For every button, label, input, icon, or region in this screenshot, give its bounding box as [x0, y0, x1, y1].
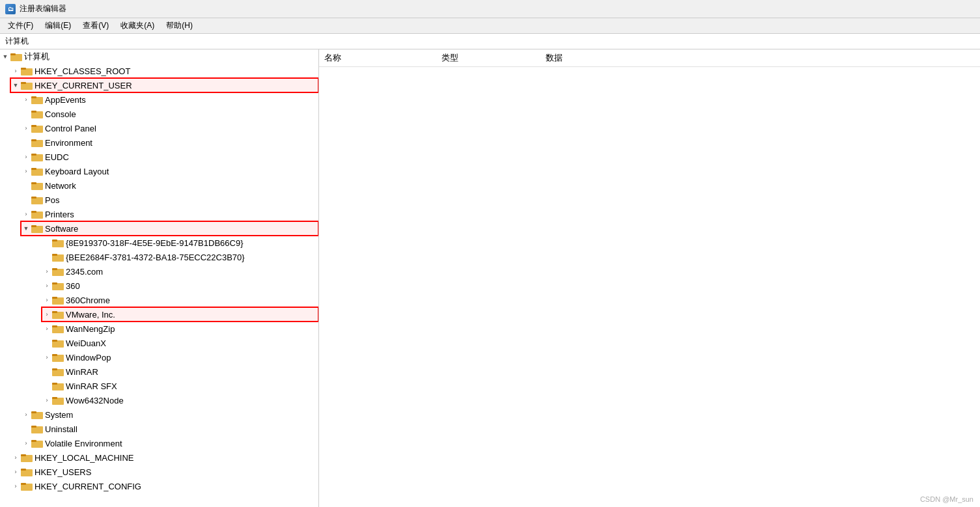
- node-computer: ▼ 计算机 › HKEY_CLASSES_ROOT ▼: [0, 49, 318, 493]
- node-computer-row[interactable]: ▼ 计算机: [0, 49, 318, 64]
- expander-appevents[interactable]: ›: [21, 94, 31, 105]
- expander-360[interactable]: ›: [42, 281, 52, 291]
- folder-network-icon: [31, 181, 43, 190]
- folder-uninstall-icon: [31, 424, 43, 433]
- expander-360chrome[interactable]: ›: [42, 295, 52, 305]
- svg-rect-57: [21, 454, 26, 456]
- expander-classes-root[interactable]: ›: [10, 66, 21, 76]
- expander-local-machine[interactable]: ›: [10, 452, 21, 463]
- node-local-machine-row[interactable]: › HKEY_LOCAL_MACHINE: [0, 450, 318, 465]
- node-guid2-row[interactable]: {BEE2684F-3781-4372-BA18-75ECC22C3B70}: [42, 250, 318, 264]
- expander-computer[interactable]: ▼: [0, 51, 10, 62]
- node-guid1-label: {8E919370-318F-4E5E-9EbE-9147B1DB66C9}: [66, 238, 243, 248]
- expander-current-user[interactable]: ▼: [10, 80, 21, 90]
- node-control-panel-row[interactable]: › Control Panel: [21, 121, 318, 135]
- menu-favorites[interactable]: 收藏夹(A): [115, 19, 160, 33]
- folder-current-user-icon: [21, 81, 33, 90]
- svg-rect-21: [31, 197, 36, 199]
- menu-bar: 文件(F) 编辑(E) 查看(V) 收藏夹(A) 帮助(H): [0, 18, 980, 34]
- svg-rect-29: [52, 254, 57, 256]
- node-current-user-row[interactable]: ▼ HKEY_CURRENT_USER: [10, 78, 318, 92]
- menu-edit[interactable]: 编辑(E): [40, 19, 76, 33]
- node-vmware-label: VMware, Inc.: [66, 310, 115, 320]
- folder-2345-icon: [52, 267, 64, 276]
- menu-file[interactable]: 文件(F): [3, 19, 38, 33]
- node-windowpop-row[interactable]: › WindowPop: [42, 350, 318, 364]
- expander-printers[interactable]: ›: [21, 209, 31, 219]
- svg-rect-9: [31, 111, 36, 113]
- node-environment-row[interactable]: Environment: [21, 135, 318, 150]
- node-appevents-row[interactable]: › AppEvents: [21, 92, 318, 107]
- node-2345-row[interactable]: › 2345.com: [42, 264, 318, 279]
- tree-panel[interactable]: ▼ 计算机 › HKEY_CLASSES_ROOT ▼: [0, 49, 319, 507]
- node-eudc-row[interactable]: › EUDC: [21, 150, 318, 164]
- expander-wannengzip[interactable]: ›: [42, 323, 52, 334]
- node-volatile-env-row[interactable]: › Volatile Environment: [21, 436, 318, 450]
- expander-control-panel[interactable]: ›: [21, 123, 31, 133]
- node-keyboard-layout-row[interactable]: › Keyboard Layout: [21, 164, 318, 178]
- expander-keyboard-layout[interactable]: ›: [21, 166, 31, 176]
- folder-volatile-env-icon: [31, 439, 43, 448]
- node-classes-root-row[interactable]: › HKEY_CLASSES_ROOT: [10, 64, 318, 78]
- main-container: ▼ 计算机 › HKEY_CLASSES_ROOT ▼: [0, 49, 980, 507]
- folder-winrar-sfx-icon: [52, 381, 64, 391]
- node-vmware-row[interactable]: › VMware, Inc.: [42, 307, 318, 322]
- col-header-name: 名称: [324, 52, 441, 64]
- expander-wow6432node[interactable]: ›: [42, 395, 52, 405]
- node-uninstall-row[interactable]: Uninstall: [21, 422, 318, 436]
- node-current-user-label: HKEY_CURRENT_USER: [35, 81, 132, 90]
- node-wow6432node-row[interactable]: › Wow6432Node: [42, 393, 318, 407]
- menu-view[interactable]: 查看(V): [77, 19, 114, 33]
- node-weiduanx-row[interactable]: WeiDuanX: [42, 336, 318, 350]
- node-wannengzip-row[interactable]: › WanNengZip: [42, 322, 318, 336]
- svg-rect-25: [31, 225, 36, 227]
- svg-rect-53: [31, 426, 36, 428]
- node-guid1-row[interactable]: {8E919370-318F-4E5E-9EbE-9147B1DB66C9}: [42, 236, 318, 250]
- svg-rect-11: [31, 125, 36, 127]
- expander-vmware[interactable]: ›: [42, 309, 52, 320]
- folder-windowpop-icon: [52, 353, 64, 362]
- svg-rect-19: [31, 182, 36, 184]
- folder-winrar-icon: [52, 367, 64, 376]
- folder-console-icon: [31, 109, 43, 118]
- expander-2345[interactable]: ›: [42, 266, 52, 277]
- node-software-row[interactable]: ▼ Software: [21, 221, 318, 236]
- node-software-label: Software: [45, 224, 78, 234]
- node-pos-row[interactable]: Pos: [21, 193, 318, 207]
- folder-control-panel-icon: [31, 124, 43, 133]
- node-2345-label: 2345.com: [66, 267, 103, 277]
- node-winrar-sfx-row[interactable]: WinRAR SFX: [42, 379, 318, 393]
- svg-rect-33: [52, 282, 57, 284]
- menu-help[interactable]: 帮助(H): [161, 19, 198, 33]
- node-users-row[interactable]: › HKEY_USERS: [0, 465, 318, 479]
- node-local-machine-label: HKEY_LOCAL_MACHINE: [35, 453, 133, 463]
- node-360-row[interactable]: › 360: [42, 279, 318, 293]
- expander-eudc[interactable]: ›: [21, 152, 31, 162]
- node-system-row[interactable]: › System: [21, 407, 318, 422]
- svg-rect-39: [52, 325, 57, 327]
- folder-classes-root-icon: [21, 66, 33, 75]
- node-360-label: 360: [66, 281, 80, 291]
- folder-local-machine-icon: [21, 453, 33, 462]
- node-weiduanx-label: WeiDuanX: [66, 338, 106, 348]
- node-network-row[interactable]: Network: [21, 178, 318, 193]
- node-current-config-row[interactable]: › HKEY_CURRENT_CONFIG: [0, 479, 318, 493]
- node-pos-label: Pos: [45, 195, 59, 205]
- node-printers-row[interactable]: › Printers: [21, 207, 318, 221]
- node-winrar-row[interactable]: WinRAR: [42, 364, 318, 379]
- expander-system[interactable]: ›: [21, 409, 31, 420]
- node-appevents-label: AppEvents: [45, 95, 86, 105]
- node-360chrome-row[interactable]: › 360Chrome: [42, 293, 318, 307]
- node-current-user: ▼ HKEY_CURRENT_USER › AppEvents: [0, 78, 318, 450]
- node-software: ▼ Software: [21, 221, 318, 407]
- folder-vmware-icon: [52, 310, 64, 319]
- app-icon: 🗂: [5, 4, 16, 14]
- expander-volatile-env[interactable]: ›: [21, 438, 31, 448]
- expander-current-config[interactable]: ›: [10, 481, 21, 491]
- expander-windowpop[interactable]: ›: [42, 352, 52, 363]
- node-console-row[interactable]: › Console: [21, 107, 318, 121]
- expander-software[interactable]: ▼: [21, 223, 31, 234]
- expander-users[interactable]: ›: [10, 467, 21, 477]
- folder-360chrome-icon: [52, 295, 64, 305]
- node-winrar-label: WinRAR: [66, 367, 98, 377]
